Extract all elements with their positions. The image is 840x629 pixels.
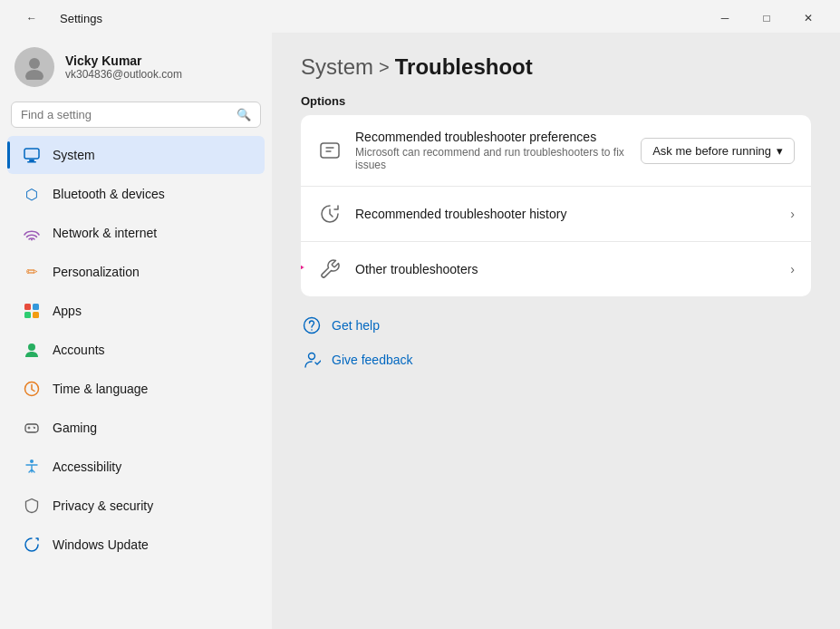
other-troubleshooters-item[interactable]: Other troubleshooters › <box>301 242 811 296</box>
prefs-text: Recommended troubleshooter preferences M… <box>355 130 628 171</box>
prefs-dropdown[interactable]: Ask me before running ▾ <box>641 138 795 164</box>
chevron-right-icon: › <box>790 207 795 221</box>
search-input[interactable] <box>21 108 229 121</box>
recommended-history-item[interactable]: Recommended troubleshooter history › <box>301 187 811 242</box>
sidebar-item-accessibility-label: Accessibility <box>53 460 121 474</box>
chevron-down-icon: ▾ <box>777 144 783 158</box>
apps-icon <box>22 301 42 321</box>
network-icon <box>22 223 42 243</box>
sidebar-item-gaming-label: Gaming <box>53 421 97 435</box>
svg-point-21 <box>309 353 315 360</box>
get-help-link[interactable]: Get help <box>301 311 811 340</box>
history-text: Recommended troubleshooter history <box>355 207 777 221</box>
prefs-action: Ask me before running ▾ <box>641 138 795 164</box>
svg-point-20 <box>311 329 313 331</box>
sidebar: Vicky Kumar vk304836@outlook.com 🔍 Syste… <box>0 33 272 629</box>
gaming-icon <box>22 418 42 438</box>
close-button[interactable]: ✕ <box>787 5 829 31</box>
user-profile[interactable]: Vicky Kumar vk304836@outlook.com <box>0 33 272 98</box>
minimize-button[interactable]: ─ <box>704 5 746 31</box>
get-help-label: Get help <box>332 318 380 333</box>
prefs-title: Recommended troubleshooter preferences <box>355 130 628 144</box>
breadcrumb: System > Troubleshoot <box>301 54 811 80</box>
sidebar-item-accessibility[interactable]: Accessibility <box>7 448 265 486</box>
bluetooth-icon: ⬡ <box>22 184 42 204</box>
main-layout: Vicky Kumar vk304836@outlook.com 🔍 Syste… <box>0 33 840 629</box>
svg-point-1 <box>25 70 43 80</box>
update-icon <box>22 535 42 555</box>
search-box: 🔍 <box>11 102 261 128</box>
options-card-list: Recommended troubleshooter preferences M… <box>301 115 811 296</box>
titlebar: ← Settings ─ □ ✕ <box>0 0 840 33</box>
svg-rect-7 <box>33 304 39 310</box>
svg-rect-9 <box>33 312 39 318</box>
privacy-icon <box>22 496 42 516</box>
wrench-icon <box>317 256 343 282</box>
svg-point-15 <box>30 460 34 463</box>
svg-rect-4 <box>27 161 36 163</box>
titlebar-left: ← Settings <box>11 5 102 31</box>
restore-button[interactable]: □ <box>746 5 787 31</box>
sidebar-item-accounts[interactable]: Accounts <box>7 331 265 369</box>
accounts-icon <box>22 340 42 360</box>
give-feedback-link[interactable]: Give feedback <box>301 345 811 374</box>
svg-rect-6 <box>24 304 31 310</box>
svg-rect-2 <box>24 149 39 159</box>
sidebar-item-apps[interactable]: Apps <box>7 292 265 330</box>
history-icon <box>317 201 343 227</box>
sidebar-item-time-label: Time & language <box>53 382 148 396</box>
sidebar-item-bluetooth-label: Bluetooth & devices <box>53 187 165 201</box>
page-title: Troubleshoot <box>395 54 533 80</box>
avatar <box>14 47 54 87</box>
personalization-icon: ✏ <box>22 262 42 282</box>
recommended-prefs-item[interactable]: Recommended troubleshooter preferences M… <box>301 115 811 187</box>
svg-rect-12 <box>25 424 38 432</box>
sidebar-item-apps-label: Apps <box>53 304 82 318</box>
pink-arrow <box>301 245 310 294</box>
give-feedback-icon <box>301 349 323 371</box>
prefs-icon <box>317 138 343 163</box>
user-info: Vicky Kumar vk304836@outlook.com <box>65 53 182 81</box>
dropdown-label: Ask me before running <box>652 144 771 158</box>
back-button[interactable]: ← <box>11 5 53 31</box>
sidebar-item-update-label: Windows Update <box>53 537 149 552</box>
sidebar-item-privacy[interactable]: Privacy & security <box>7 487 265 525</box>
svg-point-19 <box>304 318 320 334</box>
sidebar-item-network-label: Network & internet <box>53 226 157 240</box>
sidebar-item-system-label: System <box>53 148 95 162</box>
sidebar-item-gaming[interactable]: Gaming <box>7 409 265 447</box>
content-area: System > Troubleshoot Options Recommende… <box>272 33 840 629</box>
sidebar-item-personalization-label: Personalization <box>53 265 140 279</box>
history-action: › <box>790 207 795 221</box>
sidebar-item-personalization[interactable]: ✏ Personalization <box>7 253 265 291</box>
app-title: Settings <box>60 12 102 25</box>
svg-point-10 <box>28 344 35 351</box>
svg-rect-3 <box>29 160 34 161</box>
svg-rect-8 <box>24 312 31 318</box>
accessibility-icon <box>22 457 42 477</box>
window-controls: ─ □ ✕ <box>704 5 829 31</box>
sidebar-item-update[interactable]: Windows Update <box>7 526 265 564</box>
history-title: Recommended troubleshooter history <box>355 207 777 221</box>
other-action: › <box>790 262 795 276</box>
other-text: Other troubleshooters <box>355 262 777 276</box>
search-icon: 🔍 <box>237 108 251 121</box>
sidebar-item-accounts-label: Accounts <box>53 343 105 357</box>
sidebar-item-system[interactable]: System <box>7 136 265 174</box>
give-feedback-label: Give feedback <box>332 353 413 367</box>
section-label: Options <box>301 94 811 108</box>
svg-rect-16 <box>321 143 339 158</box>
get-help-icon <box>301 314 323 336</box>
user-name: Vicky Kumar <box>65 53 182 68</box>
sidebar-nav: System ⬡ Bluetooth & devices Network & i… <box>0 135 272 565</box>
svg-point-0 <box>29 58 40 69</box>
sidebar-item-time[interactable]: Time & language <box>7 370 265 408</box>
svg-point-5 <box>31 239 33 241</box>
sidebar-item-network[interactable]: Network & internet <box>7 214 265 252</box>
breadcrumb-separator: > <box>379 57 390 78</box>
sidebar-item-privacy-label: Privacy & security <box>53 498 153 513</box>
prefs-subtitle: Microsoft can recommend and run troubles… <box>355 146 628 171</box>
time-icon <box>22 379 42 399</box>
user-email: vk304836@outlook.com <box>65 68 182 81</box>
sidebar-item-bluetooth[interactable]: ⬡ Bluetooth & devices <box>7 175 265 213</box>
